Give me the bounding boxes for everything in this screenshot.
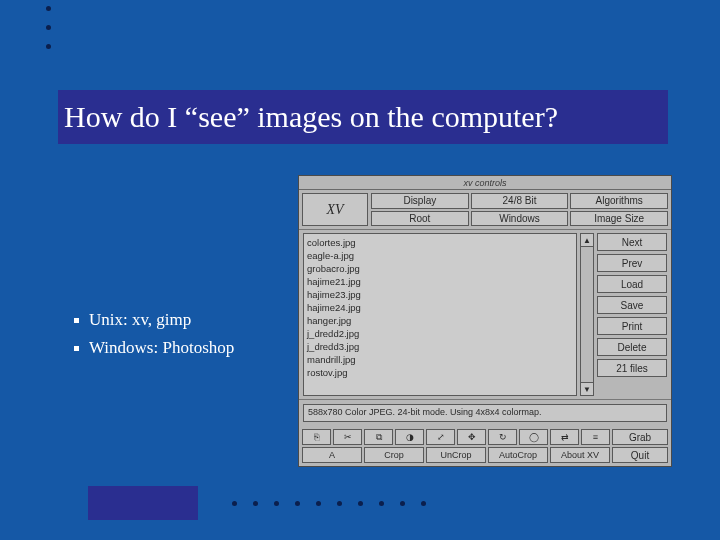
list-item[interactable]: j_dredd2.jpg: [307, 327, 573, 340]
tool-icon[interactable]: ✥: [457, 429, 486, 445]
list-item[interactable]: hajime21.jpg: [307, 275, 573, 288]
file-list[interactable]: colortes.jpg eagle-a.jpg grobacro.jpg ha…: [303, 233, 577, 396]
tool-icon[interactable]: ⤢: [426, 429, 455, 445]
title-bar: How do I “see” images on the computer?: [58, 90, 668, 144]
autocrop-button[interactable]: AutoCrop: [488, 447, 548, 463]
list-item[interactable]: grobacro.jpg: [307, 262, 573, 275]
annotate-button[interactable]: A: [302, 447, 362, 463]
crop-button[interactable]: Crop: [364, 447, 424, 463]
delete-button[interactable]: Delete: [597, 338, 667, 356]
list-item[interactable]: hanger.jpg: [307, 314, 573, 327]
print-button[interactable]: Print: [597, 317, 667, 335]
scroll-up-icon[interactable]: ▲: [580, 233, 594, 247]
uncrop-button[interactable]: UnCrop: [426, 447, 486, 463]
about-button[interactable]: About XV: [550, 447, 610, 463]
image-size-button[interactable]: Image Size: [570, 211, 668, 227]
prev-button[interactable]: Prev: [597, 254, 667, 272]
bullet-item: Windows: Photoshop: [74, 338, 234, 358]
scroll-track[interactable]: [580, 247, 594, 382]
algorithms-button[interactable]: Algorithms: [570, 193, 668, 209]
save-button[interactable]: Save: [597, 296, 667, 314]
scrollbar[interactable]: ▲ ▼: [580, 233, 594, 396]
display-button[interactable]: Display: [371, 193, 469, 209]
next-button[interactable]: Next: [597, 233, 667, 251]
slide-title: How do I “see” images on the computer?: [64, 100, 558, 134]
load-button[interactable]: Load: [597, 275, 667, 293]
decor-block: [88, 486, 198, 520]
list-item[interactable]: hajime24.jpg: [307, 301, 573, 314]
tool-icon[interactable]: ✂: [333, 429, 362, 445]
xv-toolbar: XV Display 24/8 Bit Algorithms Root Wind…: [299, 190, 671, 230]
file-count: 21 files: [597, 359, 667, 377]
root-button[interactable]: Root: [371, 211, 469, 227]
tool-icon[interactable]: ◯: [519, 429, 548, 445]
status-bar: 588x780 Color JPEG. 24-bit mode. Using 4…: [303, 404, 667, 422]
scroll-down-icon[interactable]: ▼: [580, 382, 594, 396]
xv-controls-window: xv controls XV Display 24/8 Bit Algorith…: [298, 175, 672, 467]
list-item[interactable]: j_dredd3.jpg: [307, 340, 573, 353]
bullet-text: Unix: xv, gimp: [89, 310, 191, 330]
list-item[interactable]: mandrill.jpg: [307, 353, 573, 366]
tool-icon[interactable]: ◑: [395, 429, 424, 445]
bullet-text: Windows: Photoshop: [89, 338, 234, 358]
bullet-list: Unix: xv, gimp Windows: Photoshop: [74, 310, 234, 366]
grab-button[interactable]: Grab: [612, 429, 668, 445]
tool-icon[interactable]: ≡: [581, 429, 610, 445]
tool-icon[interactable]: ⇄: [550, 429, 579, 445]
xv-logo: XV: [302, 193, 368, 226]
list-item[interactable]: colortes.jpg: [307, 236, 573, 249]
tool-icon[interactable]: ↻: [488, 429, 517, 445]
list-item[interactable]: hajime23.jpg: [307, 288, 573, 301]
bullet-item: Unix: xv, gimp: [74, 310, 234, 330]
bit-depth-button[interactable]: 24/8 Bit: [471, 193, 569, 209]
tool-icon[interactable]: ⧉: [364, 429, 393, 445]
list-item[interactable]: rostov.jpg: [307, 366, 573, 379]
windows-button[interactable]: Windows: [471, 211, 569, 227]
decor-dots-bottom: [232, 501, 426, 506]
list-item[interactable]: eagle-a.jpg: [307, 249, 573, 262]
decor-dots-top: [46, 6, 51, 49]
tool-icon[interactable]: ⎘: [302, 429, 331, 445]
quit-button[interactable]: Quit: [612, 447, 668, 463]
xv-window-title: xv controls: [299, 176, 671, 190]
